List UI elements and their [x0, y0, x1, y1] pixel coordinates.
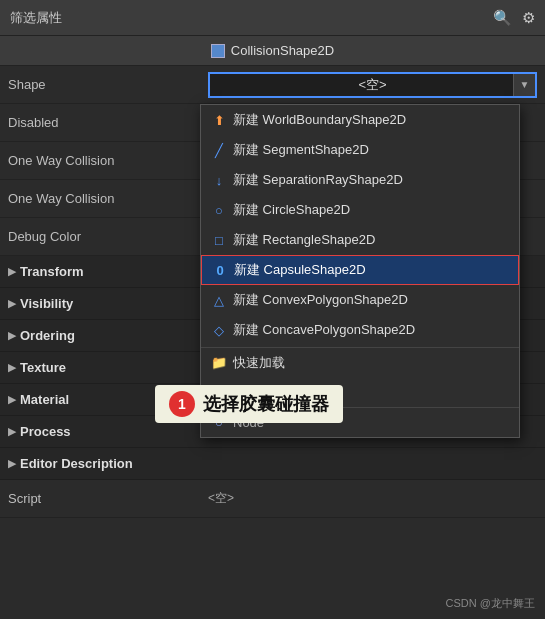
node-header: CollisionShape2D	[0, 36, 545, 66]
annotation-text: 选择胶囊碰撞器	[203, 392, 329, 416]
node-type-icon	[211, 44, 225, 58]
dropdown-item-label: 新建 RectangleShape2D	[233, 231, 375, 249]
node-header-label: CollisionShape2D	[231, 43, 334, 58]
worldboundary-icon: ⬆	[211, 113, 227, 128]
dropdown-item-label: 新建 WorldBoundaryShape2D	[233, 111, 406, 129]
dropdown-item-capsule[interactable]: 0 新建 CapsuleShape2D	[201, 255, 519, 285]
section-material-label: Material	[20, 392, 69, 407]
circle-icon: ○	[211, 203, 227, 218]
dropdown-item-circle[interactable]: ○ 新建 CircleShape2D	[201, 195, 519, 225]
dropdown-item-separationray[interactable]: ↓ 新建 SeparationRayShape2D	[201, 165, 519, 195]
section-visibility-label: Visibility	[20, 296, 73, 311]
dropdown-arrow-icon[interactable]: ▼	[513, 74, 535, 96]
dropdown-item-label: 新建 SegmentShape2D	[233, 141, 369, 159]
dropdown-item-label: 新建 SeparationRayShape2D	[233, 171, 403, 189]
script-label: Script	[8, 491, 208, 506]
capsule-icon: 0	[212, 263, 228, 278]
section-texture-label: Texture	[20, 360, 66, 375]
dropdown-item-segment[interactable]: ╱ 新建 SegmentShape2D	[201, 135, 519, 165]
section-arrow-icon: ▶	[8, 393, 16, 406]
concave-icon: ◇	[211, 323, 227, 338]
script-value: <空>	[208, 490, 234, 507]
dropdown-item-worldboundary[interactable]: ⬆ 新建 WorldBoundaryShape2D	[201, 105, 519, 135]
dropdown-item-label: 快速加载	[233, 354, 285, 372]
section-arrow-icon: ▶	[8, 457, 16, 470]
dropdown-item-label: 新建 CircleShape2D	[233, 201, 350, 219]
script-row: Script <空>	[0, 480, 545, 518]
dropdown-item-label: 新建 CapsuleShape2D	[234, 261, 366, 279]
shape-select-value: <空>	[358, 76, 386, 94]
prop-debug-label: Debug Color	[8, 229, 208, 244]
shape-label: Shape	[8, 77, 208, 92]
section-process-label: Process	[20, 424, 71, 439]
section-arrow-icon: ▶	[8, 361, 16, 374]
section-editordesc[interactable]: ▶ Editor Description	[0, 448, 545, 480]
section-ordering-label: Ordering	[20, 328, 75, 343]
top-bar: 筛选属性 🔍 ⚙	[0, 0, 545, 36]
section-arrow-icon: ▶	[8, 329, 16, 342]
dropdown-item-rectangle[interactable]: □ 新建 RectangleShape2D	[201, 225, 519, 255]
annotation-number: 1	[169, 391, 195, 417]
shape-select[interactable]: <空> ▼	[208, 72, 537, 98]
dropdown-item-concave[interactable]: ◇ 新建 ConcavePolygonShape2D	[201, 315, 519, 345]
prop-oneway2-label: One Way Collision	[8, 191, 208, 206]
search-icon[interactable]: 🔍	[493, 9, 512, 27]
prop-disabled-label: Disabled	[8, 115, 208, 130]
section-arrow-icon: ▶	[8, 297, 16, 310]
section-editordesc-label: Editor Description	[20, 456, 133, 471]
watermark: CSDN @龙中舞王	[446, 596, 535, 611]
convex-icon: △	[211, 293, 227, 308]
rectangle-icon: □	[211, 233, 227, 248]
dropdown-item-convex[interactable]: △ 新建 ConvexPolygonShape2D	[201, 285, 519, 315]
dropdown-item-label: 新建 ConvexPolygonShape2D	[233, 291, 408, 309]
top-bar-icons: 🔍 ⚙	[493, 9, 535, 27]
top-bar-title: 筛选属性	[10, 9, 62, 27]
section-arrow-icon: ▶	[8, 425, 16, 438]
settings-icon[interactable]: ⚙	[522, 9, 535, 27]
section-transform-label: Transform	[20, 264, 84, 279]
folder-icon: 📁	[211, 355, 227, 370]
dropdown-item-quickload[interactable]: 📁 快速加载	[201, 347, 519, 377]
segment-icon: ╱	[211, 143, 227, 158]
prop-oneway-label: One Way Collision	[8, 153, 208, 168]
shape-row: Shape <空> ▼ ⬆ 新建 WorldBoundaryShape2D ╱ …	[0, 66, 545, 104]
dropdown-item-label: 新建 ConcavePolygonShape2D	[233, 321, 415, 339]
section-arrow-icon: ▶	[8, 265, 16, 278]
annotation-box: 1 选择胶囊碰撞器	[155, 385, 343, 423]
separationray-icon: ↓	[211, 173, 227, 188]
